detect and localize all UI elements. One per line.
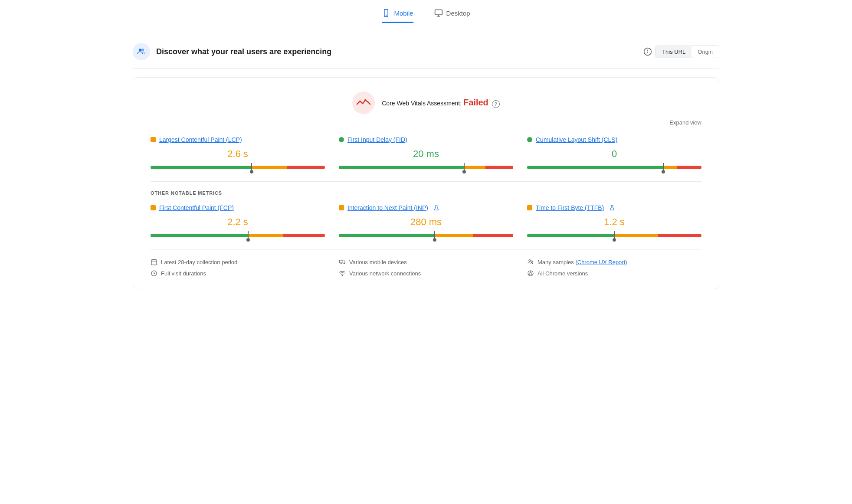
other-metrics-label: OTHER NOTABLE METRICS xyxy=(151,190,701,196)
metric-fid-dot xyxy=(339,137,344,142)
metric-fid-bar-red xyxy=(485,166,513,169)
network-connections-text: Various network connections xyxy=(349,270,421,277)
calendar-icon xyxy=(151,259,157,265)
metric-fcp-value: 2.2 s xyxy=(151,216,325,228)
this-url-button[interactable]: This URL xyxy=(656,46,691,58)
metric-fid-marker xyxy=(464,163,465,172)
metric-fid-bar-orange xyxy=(464,166,485,169)
tab-desktop-label: Desktop xyxy=(446,10,470,17)
metric-inp: Interaction to Next Paint (INP)280 ms xyxy=(339,204,513,237)
failed-chart-icon xyxy=(357,98,370,107)
metric-inp-bar xyxy=(339,234,513,237)
metric-fcp-label-row: First Contentful Paint (FCP) xyxy=(151,204,325,211)
page-wrapper: Mobile Desktop Discover what your real u… xyxy=(122,0,730,298)
metric-inp-bar-red xyxy=(473,234,513,237)
metric-inp-dot xyxy=(339,205,344,210)
metric-inp-bar-green xyxy=(339,234,435,237)
svg-point-19 xyxy=(342,275,342,276)
footer-col-2: Various mobile devices Various network c… xyxy=(339,259,513,277)
assessment-status: Failed xyxy=(463,98,488,107)
assessment-help-icon[interactable]: ? xyxy=(492,100,500,108)
metric-ttfb: Time to First Byte (TTFB)1.2 s xyxy=(527,204,701,237)
metric-fcp: First Contentful Paint (FCP)2.2 s xyxy=(151,204,325,237)
metric-cls-name[interactable]: Cumulative Layout Shift (CLS) xyxy=(536,136,617,143)
metric-lcp-value: 2.6 s xyxy=(151,148,325,160)
metric-ttfb-bar-green xyxy=(527,234,614,237)
metric-lcp-dot xyxy=(151,137,156,142)
metric-inp-value: 280 ms xyxy=(339,216,513,228)
svg-point-20 xyxy=(529,260,531,262)
header-left: Discover what your real users are experi… xyxy=(133,43,331,60)
metric-fcp-dot xyxy=(151,205,156,210)
tab-desktop[interactable]: Desktop xyxy=(434,9,470,23)
metric-fid-label-row: First Input Delay (FID) xyxy=(339,136,513,143)
header-icon xyxy=(133,43,150,60)
metric-ttfb-bar-orange xyxy=(614,234,658,237)
devices-icon xyxy=(339,259,346,265)
samples-text: Many samples (Chrome UX Report) xyxy=(537,259,627,265)
origin-button[interactable]: Origin xyxy=(691,46,719,58)
svg-point-21 xyxy=(531,261,532,262)
metric-ttfb-bar-red xyxy=(658,234,702,237)
metric-ttfb-bar xyxy=(527,234,701,237)
footer-item-collection: Latest 28-day collection period xyxy=(151,259,325,265)
footer-item-samples: Many samples (Chrome UX Report) xyxy=(527,259,701,265)
metric-fid-bar xyxy=(339,166,513,169)
svg-rect-11 xyxy=(151,260,157,265)
metric-cls: Cumulative Layout Shift (CLS)0 xyxy=(527,136,701,169)
core-metrics-grid: Largest Contentful Paint (LCP)2.6 sFirst… xyxy=(151,136,701,169)
metric-inp-name[interactable]: Interaction to Next Paint (INP) xyxy=(347,204,428,211)
section-title: Discover what your real users are experi… xyxy=(156,47,331,56)
wifi-icon xyxy=(339,270,346,277)
tab-bar: Mobile Desktop xyxy=(133,9,719,23)
chrome-ux-report-link[interactable]: Chrome UX Report xyxy=(577,259,626,265)
metric-cls-bar-green xyxy=(527,166,663,169)
metric-fcp-name[interactable]: First Contentful Paint (FCP) xyxy=(159,204,234,211)
metric-ttfb-value: 1.2 s xyxy=(527,216,701,228)
metric-lcp: Largest Contentful Paint (LCP)2.6 s xyxy=(151,136,325,169)
metric-lcp-label-row: Largest Contentful Paint (LCP) xyxy=(151,136,325,143)
metric-ttfb-dot xyxy=(527,205,532,210)
metric-ttfb-marker xyxy=(614,231,615,240)
users-icon xyxy=(136,46,147,57)
clock-icon xyxy=(151,270,157,277)
url-origin-toggle: This URL Origin xyxy=(655,46,719,58)
svg-point-23 xyxy=(530,272,531,274)
expand-view-row: Expand view xyxy=(151,118,701,128)
footer-item-chrome: All Chrome versions xyxy=(527,270,701,277)
metric-inp-marker xyxy=(434,231,435,240)
metric-cls-label-row: Cumulative Layout Shift (CLS) xyxy=(527,136,701,143)
footer-col-1: Latest 28-day collection period Full vis… xyxy=(151,259,325,277)
metric-cls-bar-red xyxy=(677,166,701,169)
metric-cls-bar xyxy=(527,166,701,169)
svg-point-5 xyxy=(139,49,141,51)
assessment-header: Core Web Vitals Assessment: Failed ? xyxy=(151,92,701,114)
metric-fid-name[interactable]: First Input Delay (FID) xyxy=(347,136,407,143)
metric-lcp-name[interactable]: Largest Contentful Paint (LCP) xyxy=(159,136,242,143)
svg-point-6 xyxy=(141,49,144,51)
chrome-icon xyxy=(527,270,534,277)
footer-item-visit: Full visit durations xyxy=(151,270,325,277)
footer-info: Latest 28-day collection period Full vis… xyxy=(151,249,701,277)
svg-rect-16 xyxy=(339,260,343,263)
mobile-devices-text: Various mobile devices xyxy=(349,259,407,265)
metric-lcp-bar xyxy=(151,166,325,169)
section-header: Discover what your real users are experi… xyxy=(133,35,719,69)
metric-lcp-bar-orange xyxy=(252,166,286,169)
metric-cls-marker xyxy=(663,163,664,172)
metric-fcp-bar-red xyxy=(283,234,325,237)
samples-icon xyxy=(527,259,534,265)
metric-inp-label-row: Interaction to Next Paint (INP) xyxy=(339,204,513,211)
tab-mobile[interactable]: Mobile xyxy=(382,9,413,23)
info-icon[interactable] xyxy=(643,47,652,56)
section-divider xyxy=(151,181,701,182)
metric-ttfb-name[interactable]: Time to First Byte (TTFB) xyxy=(536,204,604,211)
visit-duration-text: Full visit durations xyxy=(161,270,206,277)
expand-view-button[interactable]: Expand view xyxy=(669,118,701,128)
metric-cls-dot xyxy=(527,137,532,142)
metric-fcp-marker xyxy=(248,231,249,240)
assessment-title: Core Web Vitals Assessment: xyxy=(382,100,462,107)
metric-ttfb-experimental-icon xyxy=(609,205,615,211)
metric-inp-bar-orange xyxy=(435,234,473,237)
other-metrics-grid: First Contentful Paint (FCP)2.2 sInterac… xyxy=(151,204,701,237)
